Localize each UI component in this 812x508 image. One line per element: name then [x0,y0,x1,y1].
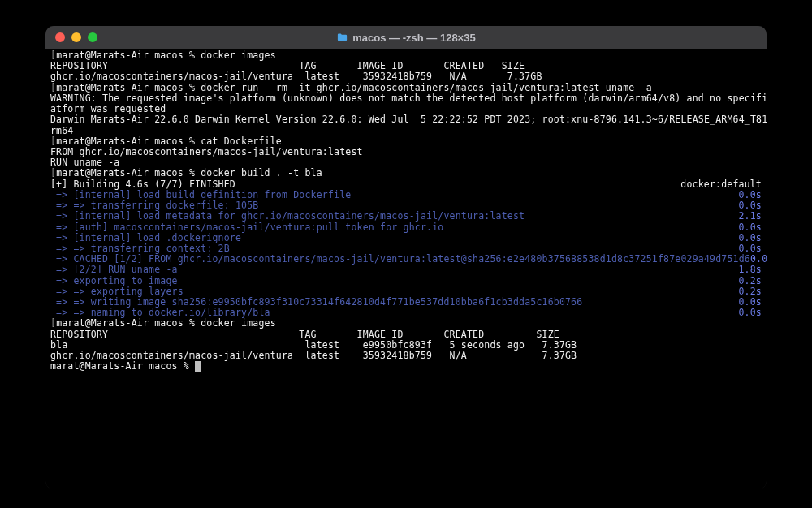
traffic-lights [55,32,97,42]
terminal-window: macos — -zsh — 128×35 [marat@Marats-Air … [45,26,767,489]
window-title: macos — -zsh — 128×35 [45,32,767,44]
minimize-icon[interactable] [71,32,81,42]
terminal-body[interactable]: [marat@Marats-Air macos % docker images … [45,49,767,489]
window-title-text: macos — -zsh — 128×35 [352,32,475,44]
titlebar[interactable]: macos — -zsh — 128×35 [45,26,767,49]
close-icon[interactable] [55,32,65,42]
fullscreen-icon[interactable] [88,32,97,42]
folder-icon [336,32,348,44]
cursor [195,361,201,372]
